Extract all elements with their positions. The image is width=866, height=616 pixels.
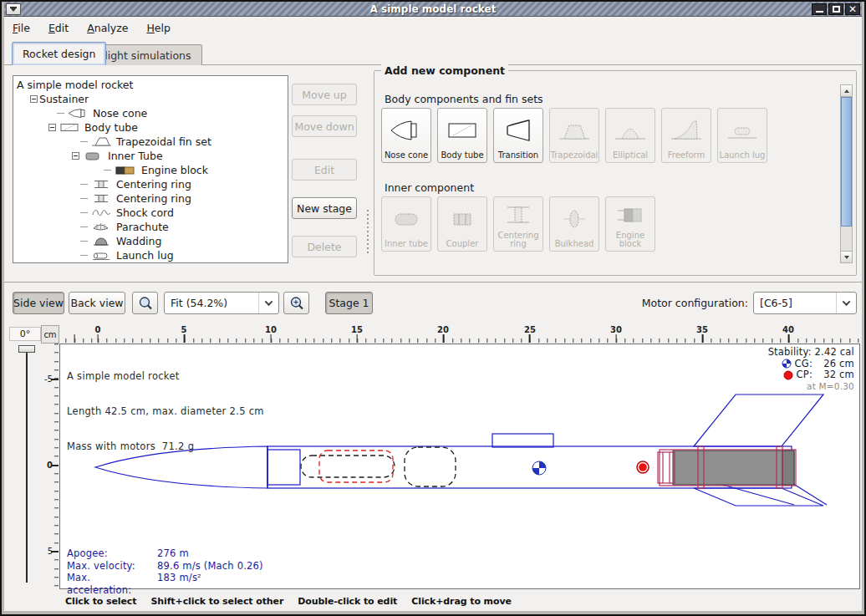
tree-row-wadding[interactable]: Wadding xyxy=(13,234,288,248)
window-controls: ✕ xyxy=(812,3,860,15)
hint-click-select: Click to select xyxy=(65,596,136,607)
tree-row-trapezoidal-fin-set[interactable]: Trapezoidal fin set xyxy=(13,135,288,149)
freeform-fin-icon xyxy=(669,118,704,143)
tree-row-nose-cone[interactable]: Nose cone xyxy=(13,106,288,120)
tree-connector xyxy=(80,255,88,256)
horizontal-ruler: 0 5 10 15 20 25 30 35 40 xyxy=(59,325,860,344)
trapezoidal-fin-icon xyxy=(91,136,113,147)
hint-click-drag: Click+drag to move xyxy=(411,596,512,607)
close-button[interactable]: ✕ xyxy=(845,3,860,15)
chevron-down-icon xyxy=(258,293,278,313)
delete-button[interactable]: Delete xyxy=(292,236,357,257)
tree-row-engine-block[interactable]: Engine block xyxy=(13,163,288,177)
add-nose-cone-button[interactable]: Nose cone xyxy=(381,108,431,163)
rotation-slider[interactable] xyxy=(26,350,28,583)
zoom-in-button[interactable] xyxy=(283,292,309,314)
max-velocity-label: Max. velocity: xyxy=(67,560,157,573)
tree-row-centering-ring-1[interactable]: Centering ring xyxy=(13,177,288,191)
tree-row-inner-tube[interactable]: Inner Tube xyxy=(13,149,288,163)
collapse-icon[interactable] xyxy=(30,95,38,103)
add-elliptical-fin-button[interactable]: Elliptical xyxy=(605,108,655,163)
zoom-out-button[interactable] xyxy=(132,292,158,314)
chevron-down-icon xyxy=(836,293,856,313)
add-centering-ring-button[interactable]: Centering ring xyxy=(493,196,543,252)
body-components-label: Body components and fin sets xyxy=(385,93,543,105)
move-up-button[interactable]: Move up xyxy=(292,84,357,105)
title-bar: A simple model rocket ✕ xyxy=(4,2,862,17)
tree-connector xyxy=(80,212,88,213)
rotation-value: 0° xyxy=(9,327,41,341)
maximize-button[interactable] xyxy=(828,3,843,15)
transition-icon xyxy=(501,118,536,143)
tree-connector xyxy=(80,241,88,242)
motor-shape[interactable] xyxy=(673,451,794,485)
menu-bar: File Edit Analyze Help xyxy=(4,18,862,38)
motor-nozzle-shape xyxy=(782,451,794,485)
collapse-icon[interactable] xyxy=(72,152,79,160)
stage-1-toggle[interactable]: Stage 1 xyxy=(325,292,373,314)
inner-component-buttons: Inner tube Coupler Centering ring Bulkhe… xyxy=(381,196,655,252)
body-component-buttons: Nose cone Body tube Transition Trapezoid… xyxy=(381,108,767,163)
tree-row-parachute[interactable]: Parachute xyxy=(13,220,288,234)
side-view-button[interactable]: Side view xyxy=(13,292,64,314)
menu-analyze[interactable]: Analyze xyxy=(87,22,128,34)
tree-row-shock-cord[interactable]: Shock cord xyxy=(13,206,288,220)
centering-ring-icon xyxy=(501,202,536,227)
add-inner-tube-button[interactable]: Inner tube xyxy=(381,196,431,252)
tree-row-centering-ring-2[interactable]: Centering ring xyxy=(13,191,288,206)
tree-row-root[interactable]: A simple model rocket xyxy=(13,78,288,92)
scroll-down-button[interactable] xyxy=(841,251,852,262)
add-freeform-fin-button[interactable]: Freeform xyxy=(661,108,711,163)
scroll-up-button[interactable] xyxy=(841,85,852,97)
rocket-canvas[interactable]: A simple model rocket Length 42.5 cm, ma… xyxy=(59,344,860,589)
move-down-button[interactable]: Move down xyxy=(292,115,357,137)
wadding-shape[interactable] xyxy=(405,447,456,486)
apogee-label: Apogee: xyxy=(67,547,157,560)
ruler-unit[interactable]: cm xyxy=(41,325,59,344)
add-bulkhead-button[interactable]: Bulkhead xyxy=(549,196,599,252)
maximize-icon xyxy=(833,6,840,13)
motor-configuration-select[interactable]: [C6-5] xyxy=(753,292,857,314)
edit-button[interactable]: Edit xyxy=(292,159,357,181)
cp-row: CP: 32 cm xyxy=(768,369,854,381)
design-panel: A simple model rocket Sustainer Nose con… xyxy=(4,65,862,282)
fin-top-shape[interactable] xyxy=(694,395,823,446)
add-coupler-button[interactable]: Coupler xyxy=(437,196,487,252)
add-trapezoidal-fin-button[interactable]: Trapezoidal xyxy=(549,108,599,163)
new-stage-button[interactable]: New stage xyxy=(292,197,357,219)
window-menu-icon[interactable] xyxy=(6,3,21,15)
component-panel-scrollbar[interactable] xyxy=(840,84,853,263)
launch-lug-icon xyxy=(91,250,113,261)
minimize-button[interactable] xyxy=(812,3,827,15)
tree-row-launch-lug[interactable]: Launch lug xyxy=(13,248,288,262)
tree-connector xyxy=(104,170,111,171)
menu-edit[interactable]: Edit xyxy=(48,22,69,34)
body-tube-icon xyxy=(59,122,81,133)
stage-actions: Move up Move down Edit New stage Delete xyxy=(292,65,359,282)
scrollbar-thumb[interactable] xyxy=(841,97,852,227)
motor-configuration-value: [C6-5] xyxy=(754,297,836,309)
add-transition-button[interactable]: Transition xyxy=(493,108,543,163)
tab-bar: Rocket design Flight simulations xyxy=(4,38,862,65)
zoom-level-select[interactable]: Fit (54.2%) xyxy=(164,292,279,314)
shock-cord-shape[interactable] xyxy=(301,456,395,477)
launch-lug-shape[interactable] xyxy=(492,434,553,447)
tree-row-body-tube[interactable]: Body tube xyxy=(13,120,288,135)
back-view-button[interactable]: Back view xyxy=(69,292,125,314)
add-body-tube-button[interactable]: Body tube xyxy=(437,108,487,163)
zoom-level-value: Fit (54.2%) xyxy=(165,297,258,309)
menu-file[interactable]: File xyxy=(13,22,30,34)
menu-help[interactable]: Help xyxy=(146,22,171,34)
collapse-icon[interactable] xyxy=(48,124,56,131)
add-launch-lug-button[interactable]: Launch lug xyxy=(717,108,767,163)
add-engine-block-button[interactable]: Engine block xyxy=(605,196,655,252)
engine-block-shape[interactable] xyxy=(658,452,675,483)
wadding-icon xyxy=(91,236,113,247)
splitter-handle[interactable] xyxy=(366,209,371,256)
stability-value: Stability: 2.42 cal xyxy=(768,347,854,359)
rotation-slider-thumb[interactable] xyxy=(18,345,35,353)
view-toolbar: Side view Back view Fit (54.2%) Stage 1 … xyxy=(4,282,862,323)
tree-row-sustainer[interactable]: Sustainer xyxy=(13,92,288,106)
tab-rocket-design[interactable]: Rocket design xyxy=(12,42,106,65)
ruler-minor-ticks xyxy=(54,344,59,589)
